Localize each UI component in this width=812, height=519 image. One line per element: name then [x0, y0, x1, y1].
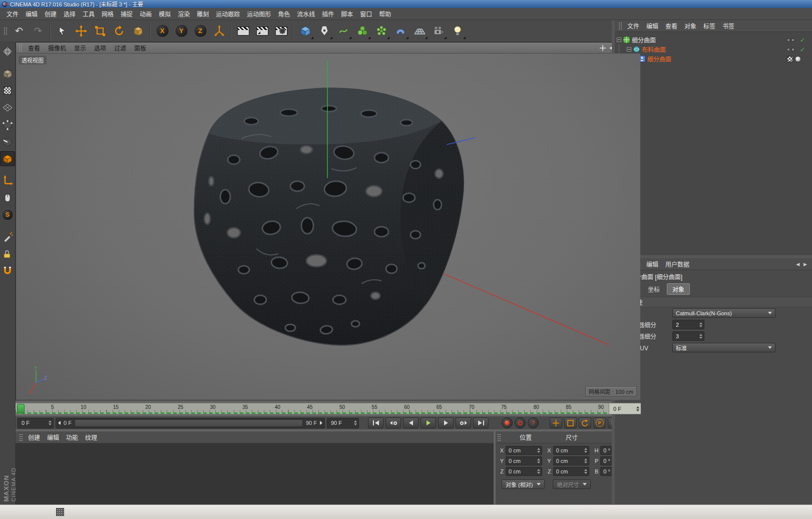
- recent-tool-button[interactable]: [129, 22, 147, 40]
- lock-z-axis-button[interactable]: Z: [191, 22, 209, 40]
- type-select[interactable]: Catmull-Clark(N-Gons): [672, 308, 775, 318]
- add-spline-button[interactable]: [315, 22, 333, 40]
- snap-s-button[interactable]: S: [0, 207, 15, 222]
- live-selection-button[interactable]: [53, 22, 71, 40]
- polygons-mode-button[interactable]: [0, 151, 15, 166]
- object-row-subdivision-child[interactable]: 细分曲面: [617, 54, 810, 64]
- paint-tool-button[interactable]: [0, 229, 15, 244]
- key-rotation-toggle[interactable]: [579, 417, 591, 428]
- previous-key-button[interactable]: [385, 417, 401, 428]
- object-tree[interactable]: 细分曲面 ✓ 布料曲面 ✓: [615, 32, 812, 255]
- om-menu-objects[interactable]: 对象: [681, 20, 700, 32]
- record-button[interactable]: [502, 417, 513, 428]
- timeline-ruler[interactable]: 051015202530354045505560657075808590: [16, 403, 609, 414]
- add-mograph-cloner-button[interactable]: [353, 22, 371, 40]
- key-position-toggle[interactable]: [550, 417, 562, 428]
- timeline-frame-field[interactable]: 0 F: [609, 403, 641, 414]
- material-grip[interactable]: [19, 433, 23, 441]
- menu-mograph[interactable]: 运动图形: [243, 8, 274, 20]
- toolbar-grip[interactable]: [4, 27, 8, 35]
- add-light-button[interactable]: [449, 22, 467, 40]
- add-environment-button[interactable]: [411, 22, 429, 40]
- titlebar[interactable]: CINEMA 4D R17.016 Studio (R17) - [未标题 3 …: [0, 0, 812, 8]
- position-y-field[interactable]: 0 cm: [506, 456, 542, 465]
- range-left-arrow-icon[interactable]: [58, 421, 61, 425]
- edges-mode-button[interactable]: [0, 134, 15, 149]
- menu-simulate[interactable]: 模拟: [155, 8, 174, 20]
- menu-tools[interactable]: 工具: [79, 8, 98, 20]
- autokey-button[interactable]: [515, 417, 526, 428]
- menu-file[interactable]: 文件: [3, 8, 22, 20]
- scale-tool-button[interactable]: [91, 22, 109, 40]
- enable-axis-button[interactable]: [0, 173, 15, 188]
- stepper[interactable]: [636, 406, 639, 411]
- add-primitive-button[interactable]: [296, 22, 314, 40]
- menu-pipeline[interactable]: 流水线: [293, 8, 318, 20]
- vp-menu-panel[interactable]: 面板: [130, 43, 150, 53]
- previous-frame-button[interactable]: [403, 417, 419, 428]
- editor-subdivision-field[interactable]: 2: [672, 320, 704, 329]
- redo-button[interactable]: ↷: [29, 22, 47, 40]
- object-row-subdivision-surface[interactable]: 细分曲面 ✓: [617, 35, 810, 45]
- lock-x-axis-button[interactable]: X: [153, 22, 171, 40]
- play-button[interactable]: [421, 417, 436, 428]
- undo-button[interactable]: ↶: [10, 22, 28, 40]
- key-parameter-toggle[interactable]: P: [593, 417, 606, 428]
- texture-mode-button[interactable]: [0, 83, 15, 98]
- om-menu-bookmarks[interactable]: 书签: [719, 20, 738, 32]
- key-scale-toggle[interactable]: [564, 417, 577, 428]
- enabled-check-icon[interactable]: ✓: [800, 37, 810, 44]
- om-menu-view[interactable]: 查看: [662, 20, 681, 32]
- menu-animate[interactable]: 动画: [136, 8, 155, 20]
- next-frame-button[interactable]: [438, 417, 454, 428]
- menu-select[interactable]: 选择: [60, 8, 79, 20]
- workplane-lock-button[interactable]: [0, 246, 15, 261]
- stepper[interactable]: [354, 420, 357, 425]
- end-frame-field[interactable]: 90 F: [327, 418, 359, 428]
- object-tags[interactable]: [787, 56, 810, 62]
- mat-menu-function[interactable]: 功能: [63, 431, 82, 443]
- rotate-tool-button[interactable]: [110, 22, 128, 40]
- om-menu-edit[interactable]: 编辑: [643, 20, 662, 32]
- menu-edit[interactable]: 编辑: [22, 8, 41, 20]
- coordinate-grip[interactable]: [497, 433, 501, 441]
- object-label[interactable]: 细分曲面: [647, 55, 671, 63]
- texture-tag-icon[interactable]: [787, 56, 793, 62]
- history-back-icon[interactable]: ◀: [796, 262, 799, 267]
- menu-character[interactable]: 角色: [274, 8, 293, 20]
- mat-menu-edit[interactable]: 编辑: [44, 431, 63, 443]
- coordinate-system-button[interactable]: [210, 22, 228, 40]
- object-properties-section[interactable]: 对象属性: [615, 297, 812, 307]
- position-x-field[interactable]: 0 cm: [506, 446, 542, 455]
- size-mode-select[interactable]: 绝对尺寸: [553, 479, 591, 489]
- go-to-end-button[interactable]: [473, 417, 489, 428]
- render-view-button[interactable]: [234, 22, 252, 40]
- move-tool-button[interactable]: [72, 22, 90, 40]
- render-settings-button[interactable]: [272, 22, 290, 40]
- add-deformer-button[interactable]: [391, 22, 410, 40]
- viewport-solo-button[interactable]: [0, 190, 15, 205]
- am-menu-userdata[interactable]: 用户数据: [662, 258, 693, 270]
- render-subdivision-field[interactable]: 3: [672, 331, 704, 341]
- enabled-check-icon[interactable]: ✓: [800, 46, 810, 53]
- menu-script[interactable]: 脚本: [337, 8, 356, 20]
- coordinate-mode-select[interactable]: 对象 (相对): [502, 479, 545, 489]
- viewport-grip[interactable]: [19, 44, 23, 52]
- viewport-canvas[interactable]: Y Z X 透视视图 网格间距 : 100 cm: [16, 54, 640, 400]
- add-freehand-spline-button[interactable]: [334, 22, 352, 40]
- expand-toggle-icon[interactable]: [627, 47, 631, 52]
- history-forward-icon[interactable]: ▶: [803, 262, 807, 267]
- visibility-dots[interactable]: [787, 39, 800, 42]
- material-list-area[interactable]: [16, 443, 494, 504]
- object-label[interactable]: 布料曲面: [642, 45, 666, 54]
- menu-render[interactable]: 渲染: [174, 8, 193, 20]
- subdivide-uv-select[interactable]: 标准: [672, 343, 775, 352]
- am-menu-edit[interactable]: 编辑: [643, 258, 662, 270]
- vp-pan-icon[interactable]: [599, 45, 606, 52]
- menu-motion-tracker[interactable]: 运动跟踪: [212, 8, 243, 20]
- stepper[interactable]: [49, 420, 52, 425]
- tab-object[interactable]: 对象: [667, 283, 690, 295]
- visibility-dots[interactable]: [787, 48, 800, 51]
- object-row-cloth-surface[interactable]: 布料曲面 ✓: [617, 45, 810, 54]
- vp-menu-options[interactable]: 选项: [90, 43, 110, 53]
